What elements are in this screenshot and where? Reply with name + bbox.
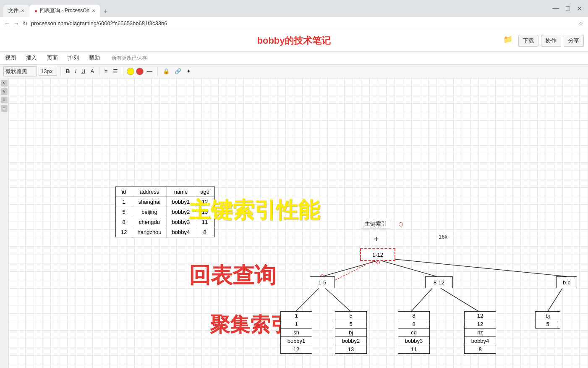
col-age: age <box>195 187 215 197</box>
bookmark-button[interactable]: ☆ <box>578 20 584 27</box>
site-title: bobby的技术笔记 <box>257 34 331 47</box>
menu-arrange[interactable]: 排列 <box>66 53 81 63</box>
leaf-node-3[interactable]: 8 8 cd bobby3 11 <box>398 311 430 354</box>
svg-line-4 <box>325 288 350 311</box>
index-label: 主键索引 <box>361 219 390 229</box>
col-address: address <box>132 187 167 197</box>
node-1-5[interactable]: 1-5 <box>310 276 335 288</box>
tab-bar: 文件 ✕ ● 回表查询 - ProcessOn ✕ + <box>3 0 111 17</box>
red-overlay-text-2: 聚集索引 <box>210 311 290 338</box>
toolbar: 微软雅黑 13px B I U A ≡ ☰ — 🔒 🔗 ✦ <box>0 65 588 78</box>
browser-actions: — □ ✕ <box>550 4 585 13</box>
tab-processon-close[interactable]: ✕ <box>92 8 95 13</box>
toolbar-sep-4 <box>157 67 158 76</box>
leaf-node-4[interactable]: 12 12 hz bobby4 8 <box>464 311 496 354</box>
menu-insert[interactable]: 插入 <box>24 53 39 63</box>
toolbar-sep-1 <box>60 67 61 76</box>
minimize-button[interactable]: — <box>550 4 562 13</box>
svg-line-3 <box>296 288 319 311</box>
close-button[interactable]: ✕ <box>574 4 585 13</box>
svg-line-6 <box>441 288 478 311</box>
leaf-node-5[interactable]: bj 5 <box>535 311 560 329</box>
fill-color-button[interactable] <box>127 68 134 75</box>
stroke-color-button[interactable] <box>136 68 144 75</box>
menu-view[interactable]: 视图 <box>3 53 18 63</box>
maximize-button[interactable]: □ <box>563 4 572 13</box>
svg-line-8 <box>327 259 378 284</box>
table-row: 12hangzhoubobby48 <box>116 227 215 237</box>
line-style-button[interactable]: — <box>145 67 154 75</box>
menu-bar: 视图 插入 页面 排列 帮助 所有更改已保存 <box>0 52 588 65</box>
tab-processon-icon: ● <box>34 8 37 14</box>
svg-line-2 <box>390 259 567 276</box>
italic-button[interactable]: I <box>73 67 78 75</box>
svg-line-7 <box>548 288 562 311</box>
underline-button[interactable]: U <box>80 67 87 75</box>
svg-line-5 <box>411 288 432 311</box>
left-tool-3[interactable]: ○ <box>1 97 8 103</box>
forward-button[interactable]: → <box>13 20 19 27</box>
leaf-node-1[interactable]: 1 1 sh bobby1 12 <box>280 311 312 354</box>
left-tool-1[interactable]: ↖ <box>1 80 8 87</box>
menu-page[interactable]: 页面 <box>45 53 60 63</box>
svg-line-1 <box>382 261 436 276</box>
link-button[interactable]: 🔗 <box>173 67 183 75</box>
save-status: 所有更改已保存 <box>112 55 147 62</box>
font-color-button[interactable]: A <box>89 67 96 75</box>
yellow-overlay-text: 主键索引性能 <box>189 196 320 225</box>
toolbar-font-select[interactable]: 微软雅黑 <box>3 66 37 76</box>
col-id: id <box>116 187 132 197</box>
svg-line-0 <box>322 261 377 276</box>
folder-icon: 📁 <box>503 35 512 47</box>
toolbar-sep-3 <box>123 67 123 76</box>
col-name: name <box>167 187 195 197</box>
site-header: bobby的技术笔记 📁 下载 协作 分享 <box>0 30 588 52</box>
toolbar-sep-2 <box>99 67 99 76</box>
bold-button[interactable]: B <box>64 67 71 75</box>
left-tool-4[interactable]: T <box>1 105 8 112</box>
new-tab-button[interactable]: + <box>100 6 111 17</box>
main-layout: ↖ ✎ ○ T id address name age 1shanghaibob… <box>0 78 588 368</box>
collaborate-button[interactable]: 协作 <box>541 35 561 47</box>
root-dot <box>376 261 380 264</box>
download-button[interactable]: 下载 <box>518 35 538 47</box>
menu-help[interactable]: 帮助 <box>87 53 102 63</box>
toolbar-size-select[interactable]: 13px <box>39 67 57 76</box>
header-actions: 📁 下载 协作 分享 <box>503 35 584 47</box>
canvas[interactable]: id address name age 1shanghaibobby112 5b… <box>8 78 588 368</box>
tab-processon-label: 回表查询 - ProcessOn <box>40 7 89 14</box>
tab-file-close[interactable]: ✕ <box>21 8 24 13</box>
tab-file[interactable]: 文件 ✕ <box>3 5 29 17</box>
share-button[interactable]: 分享 <box>564 35 584 47</box>
root-node[interactable]: 1-12 <box>360 248 395 261</box>
index-dot <box>399 222 403 226</box>
tab-file-label: 文件 <box>8 7 18 14</box>
browser-chrome: 文件 ✕ ● 回表查询 - ProcessOn ✕ + — □ ✕ <box>0 0 588 17</box>
magic-button[interactable]: ✦ <box>185 67 193 75</box>
list-button[interactable]: ☰ <box>111 67 120 75</box>
leaf-node-2[interactable]: 5 5 bj bobby2 13 <box>335 311 367 354</box>
plus-cursor: + <box>374 234 379 244</box>
lock-button[interactable]: 🔒 <box>161 67 171 75</box>
tab-processon[interactable]: ● 回表查询 - ProcessOn ✕ <box>29 5 100 17</box>
address-input[interactable] <box>31 20 575 26</box>
left-panel: ↖ ✎ ○ T <box>0 78 8 368</box>
left-tool-2[interactable]: ✎ <box>1 88 8 95</box>
refresh-button[interactable]: ↻ <box>23 20 28 27</box>
back-button[interactable]: ← <box>4 20 10 27</box>
size-label: 16k <box>439 234 447 240</box>
red-overlay-text-1: 回表查询 <box>189 261 276 290</box>
address-bar: ← → ↻ ☆ <box>0 17 588 30</box>
node-b-c[interactable]: b-c <box>556 276 577 288</box>
align-button[interactable]: ≡ <box>103 67 110 75</box>
node-8-12[interactable]: 8-12 <box>425 276 453 288</box>
